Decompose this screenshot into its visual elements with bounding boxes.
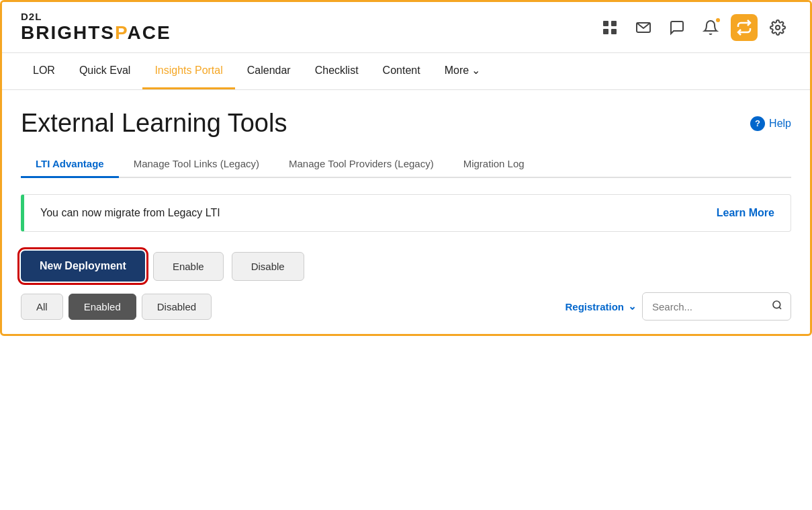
search-button[interactable]	[764, 293, 791, 320]
svg-rect-2	[603, 29, 608, 34]
switch-icon-button[interactable]	[731, 14, 758, 41]
notification-badge	[715, 17, 721, 24]
nav-item-quickeval[interactable]: Quick Eval	[67, 54, 142, 89]
svg-rect-1	[611, 21, 617, 26]
registration-label: Registration	[565, 301, 624, 312]
header-icons	[596, 14, 791, 41]
migration-banner: You can now migrate from Legacy LTI Lear…	[21, 194, 791, 232]
migration-text: You can now migrate from Legacy LTI	[40, 207, 220, 219]
nav-item-checklist[interactable]: Checklist	[303, 54, 371, 89]
mail-icon-button[interactable]	[630, 14, 657, 41]
svg-point-6	[773, 301, 780, 308]
nav-item-lor[interactable]: LOR	[21, 54, 67, 89]
tab-manage-tool-links[interactable]: Manage Tool Links (Legacy)	[119, 151, 274, 178]
help-icon: ?	[750, 116, 765, 131]
grid-icon	[602, 19, 618, 36]
logo-after-a: ACE	[128, 22, 171, 43]
mail-icon	[635, 19, 651, 36]
search-icon	[772, 300, 782, 310]
action-row: New Deployment Enable Disable	[21, 251, 791, 282]
svg-rect-3	[611, 29, 617, 34]
help-link[interactable]: ? Help	[750, 116, 791, 131]
registration-dropdown[interactable]: Registration ⌄	[565, 300, 637, 312]
help-label: Help	[769, 118, 791, 130]
tab-manage-tool-providers[interactable]: Manage Tool Providers (Legacy)	[274, 151, 449, 178]
nav-bar: LOR Quick Eval Insights Portal Calendar …	[2, 53, 810, 90]
learn-more-link[interactable]: Learn More	[717, 207, 774, 219]
logo-d2l: D2L	[21, 11, 171, 23]
settings-icon	[770, 19, 786, 36]
filter-enabled[interactable]: Enabled	[69, 294, 136, 320]
tab-migration-log[interactable]: Migration Log	[449, 151, 539, 178]
bell-icon-button[interactable]	[697, 14, 724, 41]
logo: D2L BRIGHTSPACE	[21, 11, 171, 43]
settings-icon-button[interactable]	[764, 14, 791, 41]
chat-icon	[669, 19, 685, 36]
chat-icon-button[interactable]	[664, 14, 690, 41]
chevron-down-icon: ⌄	[471, 64, 480, 77]
logo-brightspace: BRIGHTSPACE	[21, 23, 171, 44]
nav-item-content[interactable]: Content	[371, 54, 433, 89]
search-box	[642, 292, 791, 321]
nav-item-calendar[interactable]: Calendar	[235, 54, 303, 89]
page-content: External Learning Tools ? Help LTI Advan…	[2, 90, 810, 334]
filter-row: All Enabled Disabled Registration ⌄	[21, 292, 791, 321]
more-label: More	[445, 65, 469, 77]
grid-icon-button[interactable]	[596, 14, 623, 41]
logo-a: P	[115, 22, 128, 43]
enable-button[interactable]: Enable	[153, 252, 224, 281]
svg-rect-0	[603, 21, 608, 26]
new-deployment-button[interactable]: New Deployment	[21, 251, 145, 282]
svg-line-7	[779, 307, 781, 309]
filter-disabled[interactable]: Disabled	[142, 294, 212, 320]
tabs-row: LTI Advantage Manage Tool Links (Legacy)…	[21, 151, 791, 178]
page-title-row: External Learning Tools ? Help	[21, 109, 791, 138]
disable-button[interactable]: Disable	[232, 252, 304, 281]
search-input[interactable]	[643, 294, 764, 319]
page-title: External Learning Tools	[21, 109, 287, 138]
header: D2L BRIGHTSPACE	[2, 2, 810, 53]
tab-lti-advantage[interactable]: LTI Advantage	[21, 151, 119, 178]
nav-item-insights[interactable]: Insights Portal	[142, 54, 234, 89]
switch-icon	[736, 19, 752, 36]
filter-all[interactable]: All	[21, 294, 63, 320]
logo-before-a: BRIGHTS	[21, 22, 115, 43]
nav-item-more[interactable]: More ⌄	[433, 53, 492, 89]
svg-point-5	[776, 26, 780, 30]
chevron-down-icon: ⌄	[628, 300, 637, 312]
